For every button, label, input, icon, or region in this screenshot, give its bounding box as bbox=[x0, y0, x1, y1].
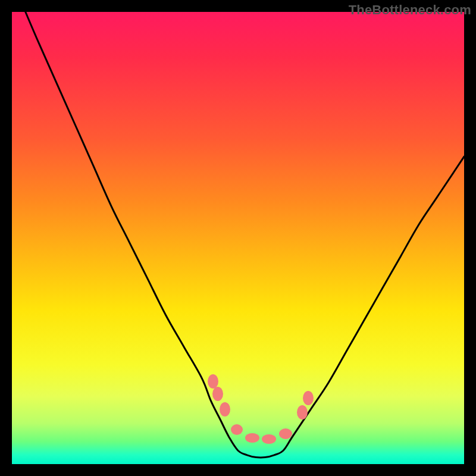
curve-marker bbox=[262, 434, 276, 444]
curve-marker bbox=[208, 374, 218, 389]
curve-marker bbox=[220, 402, 230, 416]
curve-marker bbox=[231, 424, 243, 435]
curve-marker bbox=[297, 405, 308, 419]
plot-area bbox=[12, 12, 464, 464]
curve-marker bbox=[279, 428, 292, 439]
curve-marker bbox=[303, 391, 314, 405]
curve-markers bbox=[208, 374, 314, 444]
curve-marker bbox=[212, 387, 223, 401]
bottleneck-chart-svg bbox=[12, 12, 464, 464]
curve-marker bbox=[245, 433, 259, 443]
bottleneck-curve bbox=[26, 12, 464, 458]
frame: TheBottleneck.com bbox=[0, 0, 476, 476]
watermark-text: TheBottleneck.com bbox=[349, 2, 471, 18]
